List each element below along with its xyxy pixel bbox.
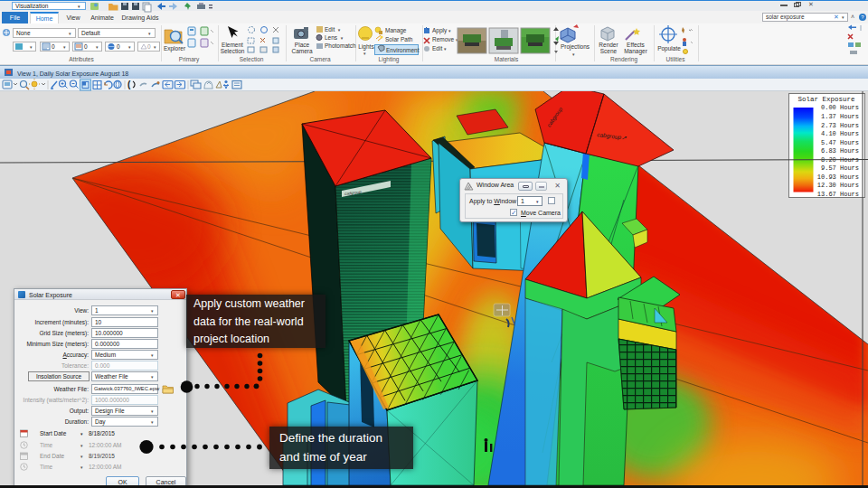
svg-text:0.00 Hours: 0.00 Hours <box>821 104 859 111</box>
svg-text:4.10 Hours: 4.10 Hours <box>821 130 859 137</box>
svg-text:5.47 Hours: 5.47 Hours <box>821 139 859 146</box>
svg-text:10.93 Hours: 10.93 Hours <box>817 174 859 181</box>
svg-text:1.37 Hours: 1.37 Hours <box>821 113 859 120</box>
svg-text:View 1, Daily Solar Exposure A: View 1, Daily Solar Exposure August 18 <box>17 70 128 78</box>
svg-text:12.30 Hours: 12.30 Hours <box>817 182 859 189</box>
svg-text:2.73 Hours: 2.73 Hours <box>821 122 859 129</box>
svg-text:9.57 Hours: 9.57 Hours <box>821 164 859 172</box>
svg-text:6.83 Hours: 6.83 Hours <box>821 147 859 155</box>
svg-text:13.67 Hours: 13.67 Hours <box>817 191 859 198</box>
svg-text:Solar Exposure: Solar Exposure <box>797 96 854 103</box>
